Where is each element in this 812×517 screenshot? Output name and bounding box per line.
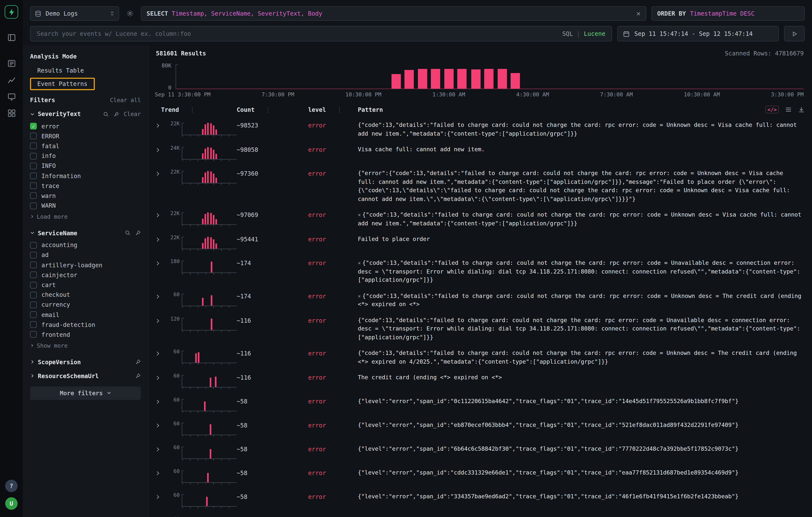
row-expand-chevron-icon[interactable] (155, 493, 167, 500)
severity-load-more[interactable]: Load more (30, 211, 141, 223)
checkbox[interactable]: ✓ (30, 252, 37, 258)
row-expand-chevron-icon[interactable] (155, 469, 167, 476)
filter-option[interactable]: ✓ email (30, 310, 141, 320)
checkbox[interactable]: ✓ (30, 262, 37, 268)
filter-option[interactable]: ✓ error (30, 121, 141, 131)
scopeversion-section[interactable]: ScopeVersion (30, 358, 141, 366)
col-level[interactable]: level (308, 106, 326, 113)
download-icon[interactable] (798, 106, 805, 113)
grid-icon[interactable] (4, 106, 19, 120)
source-selector[interactable]: Demo Logs (30, 6, 119, 21)
checkbox[interactable]: ✓ (30, 143, 37, 149)
list-view-icon[interactable] (785, 106, 792, 113)
table-row[interactable]: 60 ~58 error {"level":"error","span_id":… (155, 441, 805, 465)
table-row[interactable]: 22K ~98523 error {"code":13,"details":"f… (155, 118, 805, 142)
order-by-input[interactable]: ORDER BY TimestampTime DESC (651, 6, 805, 21)
row-expand-chevron-icon[interactable] (155, 316, 167, 323)
clear-all-link[interactable]: Clear all (110, 96, 141, 103)
mode-event-patterns[interactable]: Event Patterns (30, 78, 95, 90)
table-row[interactable]: 60 ~174 error ×{"code":13,"details":"fai… (155, 288, 805, 313)
col-count[interactable]: Count (237, 106, 255, 113)
column-menu-icon[interactable]: ⋮ (189, 106, 195, 113)
table-row[interactable]: 22K ~97069 error ×{"code":13,"details":"… (155, 207, 805, 232)
code-view-icon[interactable]: </> (765, 106, 779, 114)
pin-icon[interactable] (135, 359, 141, 365)
checkbox[interactable]: ✓ (30, 173, 37, 179)
search-icon[interactable] (103, 111, 109, 117)
row-expand-chevron-icon[interactable] (155, 235, 167, 242)
filter-option[interactable]: ✓ fatal (30, 141, 141, 151)
search-input[interactable] (37, 30, 558, 37)
filter-option[interactable]: ✓ ad (30, 250, 141, 260)
language-toggle[interactable]: SQL | Lucene (562, 30, 605, 37)
checkbox[interactable]: ✓ (30, 152, 37, 159)
filter-option[interactable]: ✓ currency (30, 300, 141, 310)
checkbox[interactable]: ✓ (30, 133, 37, 139)
select-query-input[interactable]: SELECT Timestamp, ServiceName, SeverityT… (141, 6, 646, 21)
panel-left-icon[interactable] (4, 30, 19, 45)
column-menu-icon[interactable]: ⋮ (265, 106, 271, 113)
table-row[interactable]: 22K ~97360 error {"error":{"code":13,"de… (155, 166, 805, 207)
row-expand-chevron-icon[interactable] (155, 146, 167, 153)
more-filters-button[interactable]: More filters (30, 386, 141, 400)
chart-icon[interactable] (4, 73, 19, 87)
filter-option[interactable]: ✓ checkout (30, 290, 141, 300)
resourceschemaurl-section[interactable]: ResourceSchemaUrl (30, 372, 141, 379)
filter-option[interactable]: ✓ trace (30, 181, 141, 191)
monitor-icon[interactable] (4, 89, 19, 104)
filter-option[interactable]: ✓ ERROR (30, 131, 141, 141)
table-row[interactable]: 22K ~95441 error Failed to place order (155, 232, 805, 255)
col-pattern[interactable]: Pattern (358, 106, 383, 113)
filter-option[interactable]: ✓ accounting (30, 240, 141, 250)
row-expand-chevron-icon[interactable] (155, 211, 167, 218)
column-menu-icon[interactable]: ⋮ (337, 106, 342, 113)
checkbox[interactable]: ✓ (30, 312, 37, 318)
date-range-picker[interactable]: Sep 11 15:47:14 - Sep 12 15:47:14 (617, 26, 779, 41)
row-expand-chevron-icon[interactable] (155, 397, 167, 405)
filter-option[interactable]: ✓ fraud-detection (30, 320, 141, 329)
checkbox[interactable]: ✓ (30, 291, 37, 298)
help-button[interactable]: ? (5, 480, 18, 492)
table-row[interactable]: 180 ~174 error ×{"code":13,"details":"fa… (155, 255, 805, 288)
search-icon[interactable] (125, 230, 130, 236)
checkbox[interactable]: ✓ (30, 331, 37, 338)
search-bar[interactable]: SQL | Lucene (30, 26, 612, 41)
table-row[interactable]: 60 ~58 error {"level":"error","span_id":… (155, 489, 805, 513)
severity-clear-link[interactable]: Clear (124, 111, 141, 117)
filter-option[interactable]: ✓ cainjector (30, 270, 141, 280)
checkbox[interactable]: ✓ (30, 321, 37, 328)
checkbox[interactable]: ✓ (30, 282, 37, 288)
severity-facet-header[interactable]: SeverityText Clear (30, 110, 141, 118)
language-sql[interactable]: SQL (562, 30, 573, 37)
col-trend[interactable]: Trend (161, 106, 179, 113)
table-row[interactable]: 24K ~98058 error Visa cache full: cannot… (155, 142, 805, 166)
table-row[interactable]: 60 ~58 error {"level":"error","span_id":… (155, 418, 805, 441)
run-query-button[interactable] (784, 26, 805, 41)
logs-icon[interactable] (4, 56, 19, 70)
checkbox[interactable]: ✓ (30, 192, 37, 199)
user-avatar[interactable]: U (5, 497, 18, 510)
pin-icon[interactable] (135, 230, 141, 236)
row-expand-chevron-icon[interactable] (155, 374, 167, 381)
pin-icon[interactable] (113, 111, 119, 117)
checkbox[interactable]: ✓ (30, 182, 37, 189)
checkbox[interactable]: ✓ (30, 242, 37, 249)
mode-results-table[interactable]: Results Table (30, 64, 91, 77)
close-icon[interactable]: × (636, 10, 641, 17)
filter-option[interactable]: ✓ info (30, 151, 141, 161)
table-row[interactable]: 60 ~116 error The credit card (ending <*… (155, 370, 805, 394)
checkbox[interactable]: ✓ (30, 301, 37, 308)
filter-option[interactable]: ✓ cart (30, 280, 141, 290)
filter-option[interactable]: ✓ warn (30, 191, 141, 201)
service-show-more[interactable]: Show more (30, 340, 141, 352)
filter-option[interactable]: ✓ INFO (30, 161, 141, 171)
table-row[interactable]: 60 ~58 error {"level":"error","span_id":… (155, 513, 805, 517)
filter-option[interactable]: ✓ Information (30, 171, 141, 181)
service-facet-header[interactable]: ServiceName (30, 229, 141, 237)
table-row[interactable]: 60 ~58 error {"level":"error","span_id":… (155, 394, 805, 418)
table-row[interactable]: 60 ~58 error {"level":"error","span_id":… (155, 465, 805, 489)
histogram-plot[interactable] (176, 64, 804, 89)
row-expand-chevron-icon[interactable] (155, 292, 167, 299)
gear-icon[interactable] (124, 10, 136, 17)
checkbox[interactable]: ✓ (30, 123, 37, 130)
